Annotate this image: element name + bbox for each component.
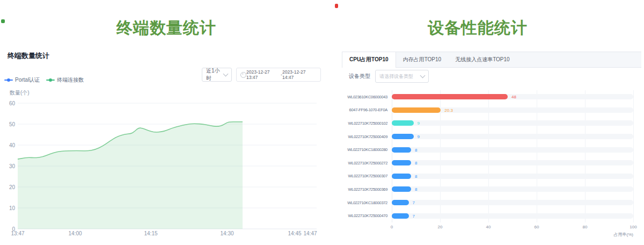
bar-category-label: WL022710K725000272 — [342, 161, 387, 165]
tab-2[interactable]: 无线接入点速率TOP10 — [448, 52, 517, 67]
bar-x-axis: 020406080100占用率(%) — [392, 225, 633, 239]
bar-value-label: 9 — [418, 134, 420, 139]
bar-row: 6047-FF96-1070-EF0A20.3 — [342, 104, 633, 117]
x-axis-title: 占用率(%) — [614, 232, 633, 237]
chevron-down-icon — [420, 73, 426, 78]
y-tick-label: 40 — [9, 142, 16, 148]
bar-value-label: 20.3 — [444, 107, 453, 112]
x-tick-label: 14:47 — [303, 230, 317, 236]
bar — [392, 174, 411, 179]
clock-icon — [240, 72, 246, 78]
bar-value-label: 7 — [413, 213, 415, 218]
bar-track: 8 — [392, 147, 633, 153]
bar-track: 20.3 — [392, 107, 633, 113]
bar-track: 7 — [392, 213, 633, 219]
bar-row: WL022710KC180002808 — [342, 143, 633, 156]
y-axis-title: 数量(个) — [9, 90, 30, 96]
x-tick-label: 13:47 — [11, 230, 24, 236]
bar-row: WL022710K7250004707 — [342, 209, 633, 222]
y-tick-label: 30 — [9, 163, 16, 169]
bar-value-label: 8 — [415, 147, 417, 152]
red-bullet-icon — [335, 4, 338, 8]
bar-track: 8 — [392, 174, 633, 179]
time-range-select[interactable]: 近1小时 — [202, 68, 232, 82]
device-type-placeholder: 请选择设备类型 — [379, 73, 413, 80]
terminal-series-area — [18, 122, 243, 229]
bar-row: WL022710K7250001029 — [342, 117, 633, 130]
left-section-title: 终端数量统计 — [0, 17, 333, 39]
bar — [392, 107, 441, 113]
bar — [392, 120, 414, 126]
bar — [392, 147, 411, 153]
y-tick-label: 10 — [9, 205, 16, 211]
bar-track: 48 — [392, 94, 633, 99]
bar-category-label: WL022710K725000470 — [342, 213, 387, 218]
x-tick-label: 14:45 — [288, 230, 301, 236]
date-range-start: 2023-12-27 13:47 — [246, 69, 281, 80]
bar-value-label: 8 — [415, 174, 417, 178]
device-type-label: 设备类型 — [349, 73, 370, 80]
device-type-select[interactable]: 请选择设备类型 — [375, 70, 429, 83]
y-tick-label: 20 — [9, 184, 16, 190]
bar-row: WL022710KC180003727 — [342, 196, 633, 210]
x-tick-label: 20 — [438, 225, 443, 229]
x-tick-label: 40 — [486, 225, 491, 229]
bar-category-label: WL022710K725000307 — [342, 174, 387, 178]
bar — [392, 94, 508, 99]
bar-track: 9 — [392, 120, 633, 126]
bar-category-label: WL022710K725000102 — [342, 121, 387, 126]
bar-row: WL022710K7250003698 — [342, 183, 633, 196]
chart-controls: 近1小时 2023-12-27 13:47 - 2023-12-27 14:47 — [202, 68, 321, 82]
bar — [392, 160, 411, 165]
bar-value-label: 8 — [415, 187, 417, 192]
bar-track: 9 — [392, 134, 633, 139]
x-tick-label: 14:00 — [68, 230, 82, 236]
bar-row: WL023610KC0600004348 — [342, 90, 633, 104]
bar-row: WL022710K7250004099 — [342, 130, 633, 143]
time-range-value: 近1小时 — [206, 67, 224, 82]
bar-category-label: 6047-FF96-1070-EF0A — [342, 107, 387, 112]
bar-category-label: WL022710K725000369 — [342, 187, 387, 192]
tab-1[interactable]: 内存占用TOP10 — [396, 52, 449, 67]
bar-row: WL022710K7250002728 — [342, 156, 633, 170]
x-tick-label: 80 — [583, 225, 588, 229]
terminal-count-chart: 数量(个)010203040506013:4714:0014:1514:3014… — [0, 81, 333, 242]
bar-value-label: 7 — [413, 200, 415, 205]
date-range-end: 2023-12-27 14:47 — [282, 69, 317, 80]
panel-title: 终端数量统计 — [8, 51, 49, 61]
bar-category-label: WL023610KC06000043 — [342, 95, 387, 99]
device-type-row: 设备类型 请选择设备类型 — [349, 70, 429, 83]
tab-0[interactable]: CPU占用TOP10 — [342, 52, 396, 68]
bar-value-label: 48 — [511, 95, 516, 99]
bar-value-label: 9 — [418, 121, 420, 126]
y-tick-label: 60 — [9, 100, 16, 106]
bar-row: WL022710K7250003078 — [342, 170, 633, 183]
x-tick-label: 60 — [535, 225, 539, 229]
bar — [392, 200, 409, 205]
bar — [392, 134, 414, 139]
date-range-picker[interactable]: 2023-12-27 13:47 - 2023-12-27 14:47 — [236, 68, 321, 82]
x-tick-label: 0 — [391, 225, 393, 229]
chevron-down-icon — [223, 71, 229, 77]
bar-value-label: 8 — [415, 161, 417, 165]
bar-category-label: WL022710K725000409 — [342, 134, 387, 139]
line-chart-svg: 数量(个)010203040506013:4714:0014:1514:3014… — [0, 81, 333, 242]
bar — [392, 186, 411, 192]
cpu-top10-chart: WL023610KC06000043486047-FF96-1070-EF0A2… — [342, 90, 633, 239]
x-tick-label: 100 — [630, 225, 636, 229]
right-section-title: 设备性能统计 — [338, 17, 617, 39]
bar-track: 8 — [392, 160, 633, 165]
bar-track: 7 — [392, 200, 633, 205]
bar-category-label: WL022710KC18000372 — [342, 200, 387, 205]
bar-track: 8 — [392, 186, 633, 192]
bar-category-label: WL022710KC18000280 — [342, 147, 387, 152]
tab-bar: CPU占用TOP10内存占用TOP10无线接入点速率TOP10 — [342, 52, 641, 68]
x-tick-label: 14:30 — [220, 230, 233, 236]
bar — [392, 213, 409, 219]
x-tick-label: 14:15 — [144, 230, 157, 236]
y-tick-label: 50 — [9, 121, 16, 127]
